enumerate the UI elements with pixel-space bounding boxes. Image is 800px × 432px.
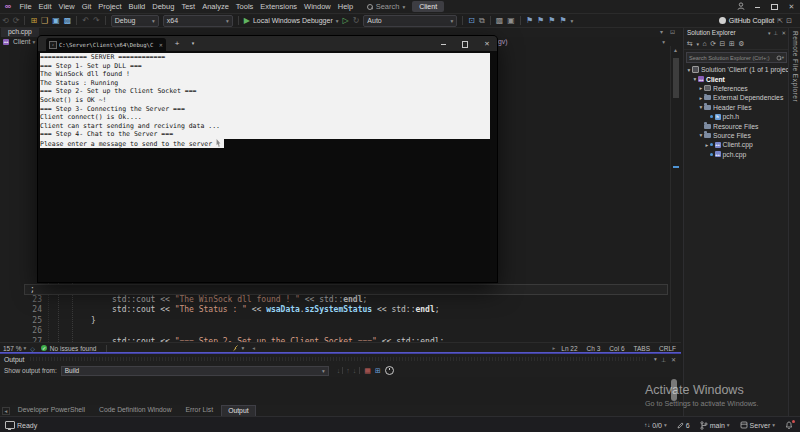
output-content[interactable] <box>0 377 681 405</box>
tab-scroll-left-icon[interactable]: ◂ <box>2 407 10 415</box>
word-wrap-icon[interactable]: ⊞ <box>375 367 381 375</box>
properties-icon[interactable]: ⚙ <box>738 40 744 48</box>
panel-tab-code-definition-window[interactable]: Code Definition Window <box>93 405 178 417</box>
tab-dropdown-icon[interactable]: ▾ <box>186 36 200 51</box>
copilot-panel-icon[interactable]: ⊡ <box>786 17 792 25</box>
menu-tools[interactable]: Tools <box>232 0 257 13</box>
output-source-select[interactable]: Build ▾ <box>61 366 329 376</box>
save-all-icon[interactable]: ▩ <box>64 14 72 27</box>
editor-vertical-scrollbar[interactable]: ▲ <box>670 46 681 342</box>
uncomment-icon[interactable]: ▣ <box>507 14 515 27</box>
menu-help[interactable]: Help <box>334 0 356 13</box>
drag-grip[interactable] <box>30 357 648 361</box>
member-dropdown-icon[interactable]: ▾ <box>662 38 665 45</box>
redo-icon[interactable]: ↷ <box>93 14 100 27</box>
scroll-up-arrow-icon[interactable]: ▲ <box>673 47 678 53</box>
save-icon[interactable]: ▣ <box>52 14 60 27</box>
indent-mode-indicator[interactable]: TABS <box>634 345 651 352</box>
pending-changes-button[interactable]: 6 <box>677 422 690 429</box>
console-minimize-button[interactable] <box>433 36 453 51</box>
panel-splitter[interactable] <box>0 352 681 354</box>
window-layout-icon[interactable]: ⊡ <box>670 28 675 35</box>
chevron-down-icon[interactable]: ▾ <box>768 30 771 36</box>
code-cleanup-button[interactable]: ▾ <box>232 345 244 352</box>
close-button[interactable]: ✕ <box>783 0 800 13</box>
panel-tab-developer-powershell[interactable]: Developer PowerShell <box>12 405 91 417</box>
menu-window[interactable]: Window <box>301 0 335 13</box>
tree-item-references[interactable]: ▸References <box>684 84 789 93</box>
attach-process-icon[interactable]: ⊡ <box>468 14 475 27</box>
menu-test[interactable]: Test <box>178 0 199 13</box>
terminal-output[interactable]: ============ SERVER =============== Step… <box>40 53 495 148</box>
volume-icon[interactable]: ◇ <box>30 345 35 352</box>
copilot-thumb-icon[interactable]: ⇱ <box>777 17 783 25</box>
hscroll-left-arrow-icon[interactable]: ◂ <box>252 345 255 351</box>
bookmark-prev-icon[interactable]: ⚑ <box>526 14 533 27</box>
scrollbar-thumb[interactable] <box>673 58 679 98</box>
console-maximize-button[interactable] <box>455 36 475 51</box>
bookmark-clear-icon[interactable]: ⚑ <box>559 14 566 27</box>
tree-item-header-files[interactable]: ▾Header Files <box>684 103 789 112</box>
home-icon[interactable]: ⌂ <box>702 40 706 47</box>
chevron-down-icon[interactable]: ▾ <box>696 41 699 47</box>
hscroll-right-arrow-icon[interactable]: ▸ <box>553 345 556 351</box>
start-without-debugging-icon[interactable]: ▷ <box>343 14 349 27</box>
collapse-all-icon[interactable]: ⊟ <box>720 40 726 48</box>
console-close-button[interactable]: ✕ <box>477 36 497 51</box>
menu-git[interactable]: Git <box>78 0 95 13</box>
console-window[interactable]: › C:\Server\Client\x64\Debug\C ✕ + ▾ ✕ =… <box>38 36 497 282</box>
forward-icon[interactable]: ⟳ <box>13 14 20 27</box>
code-line-23[interactable]: 23std::cout << "The WinSock dll found ! … <box>0 295 681 306</box>
start-debugging-button[interactable]: ▶ Local Windows Debugger ▾ <box>244 16 339 25</box>
open-folder-icon[interactable]: ❑ <box>41 14 48 27</box>
console-title-bar[interactable]: › C:\Server\Client\x64\Debug\C ✕ + ▾ ✕ <box>38 36 497 51</box>
account-icon[interactable] <box>732 0 749 13</box>
configuration-dropdown[interactable]: Debug▾ <box>111 15 159 27</box>
tab-remote-file-explorer[interactable]: Remote File Explorer <box>792 31 799 102</box>
code-line-24[interactable]: 24std::cout << "The Status : " << wsaDat… <box>0 305 681 316</box>
undo-icon[interactable]: ↶ <box>82 14 89 27</box>
solution-name-chip[interactable]: Client <box>412 1 444 12</box>
find-in-files-icon[interactable]: ⧉ <box>479 14 485 27</box>
minimize-button[interactable] <box>749 0 766 13</box>
tree-item-pch-h[interactable]: hpch.h <box>684 112 789 121</box>
solution-explorer-header[interactable]: Solution Explorer ▾ ⊥ ✕ <box>684 27 789 38</box>
bookmark-next-icon[interactable]: ⚑ <box>537 14 544 27</box>
pin-icon[interactable]: ⊥ <box>774 30 779 36</box>
project-scope-dropdown[interactable]: ++ Client ▾ <box>3 38 35 45</box>
tree-item-resource-files[interactable]: Resource Files <box>684 121 789 130</box>
clear-all-icon[interactable]: ▦ <box>364 367 371 375</box>
issues-indicator[interactable]: ✓ No issues found <box>41 345 97 352</box>
code-line-26[interactable]: 26 <box>0 326 681 337</box>
git-sync-button[interactable]: ↑↓ 0/0 ▾ <box>644 422 667 429</box>
solution-search-input[interactable]: Search Solution Explorer (Ctrl+;) ▾ <box>686 52 787 63</box>
branch-button[interactable]: main ▾ <box>700 421 730 430</box>
copilot-badge[interactable]: GitHub Copilot ⇱ ⊡ <box>719 17 792 25</box>
close-icon[interactable]: ✕ <box>671 356 676 363</box>
menu-analyze[interactable]: Analyze <box>199 0 233 13</box>
prev-message-icon[interactable]: ↑ <box>346 367 350 374</box>
platform-dropdown[interactable]: x64▾ <box>163 15 233 27</box>
line-ending-indicator[interactable]: CRLF <box>659 345 676 352</box>
clock-icon[interactable] <box>385 366 394 375</box>
refresh-icon[interactable]: ↻ <box>353 14 360 27</box>
line-indicator[interactable]: Ln 22 <box>561 345 577 352</box>
pin-icon[interactable]: ⊥ <box>661 356 666 363</box>
comment-icon[interactable]: ▩ <box>496 14 504 27</box>
zoom-control[interactable]: 157 % ▾ <box>3 345 26 352</box>
panel-tab-error-list[interactable]: Error List <box>180 405 220 417</box>
console-tab[interactable]: › C:\Server\Client\x64\Debug\C ✕ <box>46 38 166 51</box>
find-message-icon[interactable]: ↓ <box>337 367 341 374</box>
tree-item-client-cpp[interactable]: ▸++Client.cpp <box>684 140 789 149</box>
panel-tab-output[interactable]: Output <box>221 405 255 417</box>
refresh-icon[interactable]: ⟳ <box>710 40 716 48</box>
close-icon[interactable]: ✕ <box>781 30 786 36</box>
tab-close-icon[interactable]: ✕ <box>159 42 163 48</box>
column-indicator[interactable]: Col 6 <box>609 345 624 352</box>
menu-build[interactable]: Build <box>125 0 149 13</box>
chevron-down-icon[interactable]: ▾ <box>654 356 657 362</box>
new-tab-icon[interactable]: + <box>170 36 184 51</box>
switch-views-icon[interactable]: ⇆ <box>687 40 693 48</box>
menu-project[interactable]: Project <box>95 0 125 13</box>
bookmark-toggle-icon[interactable]: ⚑ <box>548 14 555 27</box>
